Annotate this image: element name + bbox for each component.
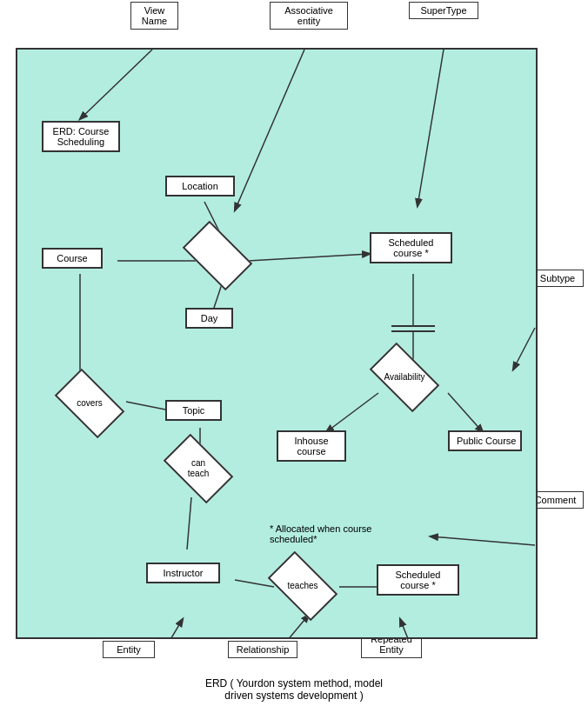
super-type-label: SuperType [409,2,478,19]
svg-line-2 [418,50,444,206]
svg-line-19 [513,328,535,370]
scheduled-course-top-entity: Scheduledcourse * [370,232,452,263]
topic-entity: Topic [165,400,222,421]
svg-line-22 [287,615,309,637]
svg-line-1 [235,50,304,210]
location-entity: Location [165,176,235,196]
svg-line-4 [248,254,370,261]
svg-line-11 [326,393,378,432]
diagram-area: ERD: CourseScheduling Location Course Sc… [16,48,538,639]
public-course-entity: Public Course [448,430,522,451]
svg-line-0 [80,50,152,119]
svg-line-16 [187,497,191,549]
associative-entity-label: Associativeentity [270,2,348,30]
entity-bottom-label: Entity [103,641,155,658]
relationship-bottom-label: Relationship [228,641,297,658]
scheduled-course-bottom-entity: Scheduledcourse * [377,564,459,596]
view-name-label: ViewName [130,2,178,30]
allocated-note: * Allocated when coursescheduled* [270,523,371,544]
inhouse-course-entity: Inhousecourse [277,430,346,462]
svg-line-12 [448,393,483,432]
svg-line-21 [170,619,183,637]
day-entity: Day [185,308,233,329]
svg-line-17 [235,580,274,587]
svg-line-14 [126,402,170,410]
svg-line-20 [431,536,535,545]
subtype-label: Subtype [531,270,584,287]
svg-line-23 [400,619,409,637]
course-entity: Course [42,248,103,269]
instructor-entity: Instructor [146,563,220,583]
caption: ERD ( Yourdon system method, model drive… [0,677,588,702]
svg-line-6 [213,284,222,310]
erd-title-entity: ERD: CourseScheduling [42,121,120,152]
